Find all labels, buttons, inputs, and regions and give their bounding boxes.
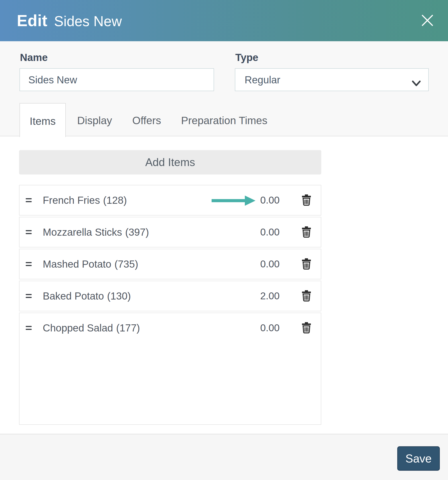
- name-label: Name: [20, 51, 48, 64]
- name-field[interactable]: [20, 68, 214, 91]
- drag-handle-icon[interactable]: [26, 294, 32, 298]
- drag-handle-icon[interactable]: [26, 326, 32, 330]
- delete-item-button[interactable]: [301, 194, 311, 206]
- item-row: Mozzarella Sticks (397) 0.00: [19, 217, 321, 247]
- item-name: Mashed Potato: [43, 258, 111, 270]
- item-row: French Fries (128) 0.00: [19, 185, 321, 216]
- item-row: Mashed Potato (735) 0.00: [19, 249, 321, 279]
- item-price: 0.00: [251, 258, 280, 270]
- close-icon: [420, 13, 434, 28]
- trash-icon: [301, 267, 311, 270]
- type-label: Type: [235, 51, 258, 64]
- item-name: Baked Potato: [43, 290, 104, 302]
- type-select[interactable]: Regular: [235, 68, 429, 91]
- trash-icon: [301, 235, 311, 239]
- item-count: (130): [107, 290, 131, 302]
- trash-icon: [301, 299, 311, 302]
- item-count: (128): [103, 194, 127, 206]
- item-count: (735): [114, 258, 138, 270]
- item-row: Baked Potato (130) 2.00: [19, 281, 321, 311]
- edit-category-modal: Edit Sides New Name Type Regular: [0, 0, 448, 480]
- form-section: Name Type Regular Items Display Offers P…: [0, 41, 448, 136]
- page-title: Edit Sides New: [17, 12, 122, 30]
- delete-item-button[interactable]: [301, 290, 311, 302]
- tab-preparation-times[interactable]: Preparation Times: [181, 114, 268, 127]
- item-price: 0.00: [251, 194, 280, 206]
- item-count: (177): [116, 322, 140, 334]
- delete-item-button[interactable]: [301, 258, 311, 270]
- title-subject: Sides New: [54, 13, 122, 29]
- add-items-button[interactable]: Add Items: [19, 150, 321, 175]
- drag-handle-icon[interactable]: [26, 198, 32, 202]
- title-action: Edit: [17, 12, 48, 30]
- item-name: French Fries: [43, 194, 100, 206]
- item-row: Chopped Salad (177) 0.00: [19, 313, 321, 425]
- trash-icon: [301, 203, 311, 207]
- tab-items-label: Items: [30, 115, 56, 127]
- trash-icon: [301, 331, 311, 334]
- item-price: 0.00: [251, 322, 280, 334]
- item-count: (397): [125, 226, 149, 238]
- delete-item-button[interactable]: [301, 322, 311, 334]
- tab-items[interactable]: Items: [20, 103, 66, 137]
- item-price: 2.00: [251, 290, 280, 302]
- item-name: Chopped Salad: [43, 322, 113, 334]
- tab-display[interactable]: Display: [77, 114, 112, 127]
- drag-handle-icon[interactable]: [26, 262, 32, 266]
- item-name: Mozzarella Sticks: [43, 226, 122, 238]
- modal-header: Edit Sides New: [0, 0, 448, 41]
- modal-footer: Save: [0, 435, 448, 480]
- save-button[interactable]: Save: [397, 446, 440, 471]
- delete-item-button[interactable]: [301, 226, 311, 238]
- items-list: French Fries (128) 0.00: [19, 185, 321, 426]
- tab-offers[interactable]: Offers: [132, 114, 161, 127]
- type-select-value: Regular: [245, 74, 280, 86]
- close-button[interactable]: [420, 13, 435, 28]
- drag-handle-icon[interactable]: [26, 230, 32, 234]
- chevron-down-icon: [412, 77, 421, 89]
- item-price: 0.00: [251, 226, 280, 238]
